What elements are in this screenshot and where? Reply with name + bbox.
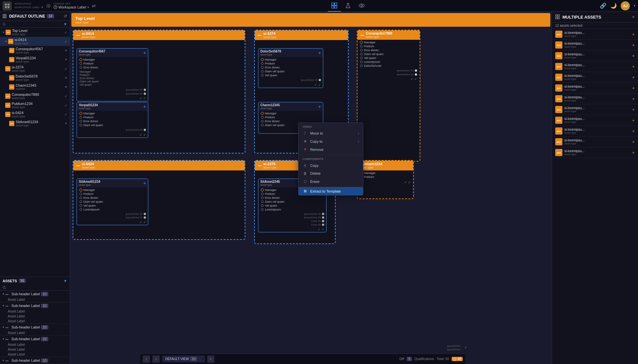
sitamet-add[interactable]: + — [65, 121, 67, 126]
ra2-add[interactable]: + — [632, 42, 635, 48]
ra10-add[interactable]: + — [632, 128, 635, 134]
node-si0424[interactable]: aws si-0424 asset type SitAmet01234 asse… — [73, 160, 245, 240]
bottom-prev-button[interactable]: ‹ — [143, 356, 150, 363]
sitamet01234-header: SitAmet01234 asset type + — [77, 179, 148, 187]
right-asset-6[interactable]: aws si-loremipsu... asset type + — [552, 83, 638, 94]
tree-item-consequitor4567[interactable]: aws Consequitor4567 asset type + — [0, 46, 70, 55]
delete-item[interactable]: 🗑 Delete — [298, 169, 363, 177]
charm-add[interactable]: + — [318, 104, 321, 109]
right-asset-11[interactable]: aws si-loremipsu... asset type + — [552, 137, 638, 147]
right-asset-1[interactable]: aws si-loremipsu... asset type + — [552, 29, 638, 40]
c7890-add[interactable]: + — [414, 33, 417, 38]
right-asset-4[interactable]: aws si-loremipsu... asset type + — [552, 61, 638, 72]
assets-search-input[interactable] — [7, 285, 67, 289]
copy-to-item[interactable]: ⊕ Copy to › — [298, 137, 363, 145]
link-icon[interactable]: 🔗 — [600, 3, 606, 9]
workspace-selector[interactable]: WORKSPACE: Workspace Label ▾ — [14, 2, 43, 9]
bottom-add-button[interactable]: + — [207, 356, 214, 363]
tree-item-sitamet01234[interactable]: aws SitAmet01234 asset type + — [0, 119, 70, 128]
inner-dolorset[interactable]: DolorSet5678 asset type + Manager Pretiu… — [258, 48, 323, 88]
changeset-selector[interactable]: CHANGE SET: Workspace Label ▾ — [53, 2, 90, 9]
publium1234-add[interactable]: + — [408, 163, 411, 168]
inner-sitamet01234[interactable]: SitAmet01234 asset type + Manager Pretiu… — [77, 179, 148, 225]
asset-group-header-5[interactable]: ▾ aws Sub-header Label 10 — [0, 357, 70, 364]
tree-item-vorpal01234[interactable]: aws Vorpal01234 asset type + — [0, 55, 70, 64]
user-avatar[interactable]: AJ — [621, 1, 630, 10]
asset-group-header-3[interactable]: ▾ aws Sub-header Label 10 — [0, 324, 70, 330]
vorpal-add[interactable]: + — [65, 57, 67, 62]
tree-item-si0414[interactable]: ▾ aws si-0414 asset type ✓ — [0, 37, 70, 46]
diagram-nav-button[interactable] — [328, 0, 341, 12]
right-asset-5[interactable]: aws si-loremipsu... asset type + — [552, 72, 638, 83]
si0414-aws-icon: aws — [76, 33, 80, 37]
dolorset-add[interactable]: + — [65, 76, 67, 80]
right-asset-10[interactable]: aws si-loremipsu... asset type + — [552, 126, 638, 137]
tree-item-consequitor7890[interactable]: aws Consequitor7890 asset type ✓ — [0, 92, 70, 101]
tree-item-publium1234[interactable]: aws Publium1234 asset type ✓ — [0, 101, 70, 110]
share-icon[interactable]: ⇄ — [92, 3, 96, 8]
right-asset-8[interactable]: aws si-loremipsu... asset type + — [552, 104, 638, 115]
tree-item-toplevel[interactable]: ▾ aws Top Level asset type ✓ — [0, 28, 70, 37]
right-asset-12[interactable]: aws si-loremipsu... asset type + — [552, 147, 638, 158]
erase-item[interactable]: ◻ Erase — [298, 177, 363, 185]
assets-filter-icon[interactable]: ▼ — [64, 279, 67, 283]
inner-consequitor4567[interactable]: Consequitor4567 asset type + Manager Pre… — [77, 48, 148, 101]
moon-icon[interactable]: 🌙 — [610, 3, 617, 9]
right-asset-3[interactable]: aws si-loremipsu... asset type + — [552, 51, 638, 61]
asset-group-header-1[interactable]: ▾ aws Sub-header Label 10 — [0, 291, 70, 297]
ra11-add[interactable]: + — [632, 139, 635, 144]
eye-nav-button[interactable] — [355, 0, 368, 12]
consequitor4567-add[interactable]: + — [65, 48, 67, 53]
tree-item-charm12345[interactable]: aws Charm12345 Subnet + — [0, 82, 70, 92]
ra1-add[interactable]: + — [632, 32, 635, 37]
extract-template-item[interactable]: ⊞ Extract to Template — [298, 187, 363, 195]
dolorset-add[interactable]: + — [318, 50, 321, 55]
ra9-add[interactable]: + — [632, 118, 635, 123]
node-consequitor7890[interactable]: aws Consequitor7890 asset type + Manager… — [357, 30, 420, 162]
asset-group-2: ▾ aws Sub-header Label 10 Asset Label As… — [0, 302, 70, 324]
si0424-actions: ✓ — [65, 113, 67, 116]
ra4-add[interactable]: + — [632, 64, 635, 69]
svg-line-21 — [5, 288, 6, 289]
avatar-dropdown[interactable]: ▾ — [634, 4, 635, 7]
outline-filter-icon[interactable]: ▼ — [64, 22, 67, 26]
flask-nav-button[interactable] — [341, 0, 355, 12]
canvas-area[interactable]: Top Level asset type Manager Pretium Ero… — [70, 12, 552, 364]
ra6-add[interactable]: + — [632, 85, 635, 91]
sitamet01234-add[interactable]: + — [143, 181, 146, 186]
svg-rect-23 — [556, 15, 557, 16]
context-menu: VIEWS ⤴ Move to › ⊕ Copy to › ✕ Remove C… — [298, 123, 363, 196]
ra5-add[interactable]: + — [632, 75, 635, 80]
tree-item-dolorset[interactable]: aws DolorSet5678 asset type + — [0, 73, 70, 82]
right-asset-7[interactable]: aws si-loremipsu... asset type + — [552, 94, 638, 104]
node-publium1234-right[interactable]: Publium1234 asset type + Manager Pretium… — [357, 160, 414, 199]
charm-add[interactable]: + — [65, 85, 67, 89]
outline-search-input[interactable] — [7, 22, 62, 26]
ra3-add[interactable]: + — [632, 53, 635, 58]
right-panel-header: MULTIPLE ASSETS ✕ — [552, 12, 638, 22]
move-to-item[interactable]: ⤴ Move to › — [298, 129, 363, 137]
si0414-header-text: si-0414 asset type — [82, 32, 95, 39]
right-asset-2[interactable]: aws si-loremipsu... asset type + — [552, 40, 638, 51]
ra8-add[interactable]: + — [632, 107, 635, 112]
outline-refresh-button[interactable]: ↺ — [64, 14, 67, 19]
inner-consequitor4567-add[interactable]: + — [143, 50, 146, 55]
right-panel-close-button[interactable]: ✕ — [632, 15, 635, 19]
node-si0414[interactable]: aws si-0414 asset type Consequitor4567 a… — [73, 30, 245, 153]
ra5-icon: aws — [555, 74, 562, 81]
inner-vorpal01234[interactable]: Vorpal01234 asset type + Manager Pretium… — [77, 102, 148, 138]
asset-group-header-4[interactable]: ▾ aws Sub-header Label 10 — [0, 336, 70, 342]
bottom-next-button[interactable]: › — [152, 356, 160, 363]
tree-item-si2274[interactable]: aws si-2274 asset type ✓ — [0, 64, 70, 73]
ra7-add[interactable]: + — [632, 96, 635, 101]
group4-aws-icon: aws — [6, 337, 10, 341]
tree-item-si0424[interactable]: aws si-0424 asset type ✓ — [0, 110, 70, 119]
right-asset-9[interactable]: aws si-loremipsu... asset type + — [552, 115, 638, 126]
group3-aws-icon: aws — [6, 325, 10, 329]
remove-item[interactable]: ✕ Remove — [298, 145, 363, 153]
asset-group-header-2[interactable]: ▾ aws Sub-header Label 10 — [0, 302, 70, 309]
ra12-add[interactable]: + — [632, 150, 635, 155]
inner-vorpal-add[interactable]: + — [143, 104, 146, 109]
copy-item[interactable]: ⎘ Copy — [298, 162, 363, 169]
bottom-view-button[interactable]: DEFAULT VIEW 10 ⋮ — [162, 356, 205, 362]
